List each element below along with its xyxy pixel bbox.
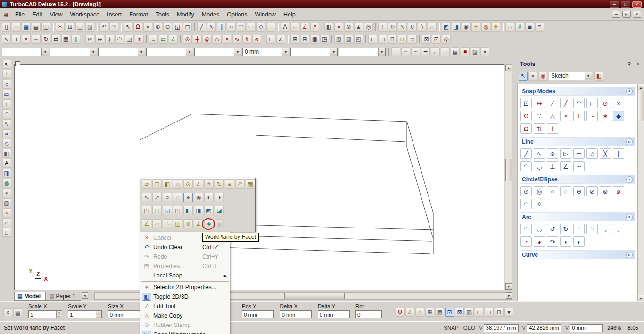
arrow-start-icon[interactable]: ← xyxy=(431,47,440,56)
mdi-restore-button[interactable]: ◱ xyxy=(622,11,631,18)
section-header-curve[interactable]: Curve « xyxy=(520,250,635,259)
select-open-icon[interactable]: ↗ xyxy=(152,193,162,202)
section-collapse-icon[interactable]: « xyxy=(626,176,633,183)
options-icon[interactable]: ▾ xyxy=(504,308,513,317)
split-icon[interactable]: ∤ xyxy=(105,35,114,44)
polyline-icon[interactable]: ∿ xyxy=(207,23,216,32)
wp-extra-icon[interactable]: ▣ xyxy=(215,219,224,228)
property-combo-8[interactable] xyxy=(339,48,386,56)
lock-z-icon[interactable]: ⊓ xyxy=(495,308,504,317)
dimension-icon[interactable]: ↔ xyxy=(290,23,299,32)
lock-x-icon[interactable]: ⊏ xyxy=(475,308,484,317)
align-top-icon[interactable]: ⊓ xyxy=(388,35,397,44)
align-right-icon[interactable]: ⊐ xyxy=(378,35,387,44)
snap-intersection-icon[interactable]: × xyxy=(560,111,571,121)
quality-render-icon[interactable]: ◑ xyxy=(215,193,224,202)
tangent-two-arcs-icon[interactable]: ◡ xyxy=(534,161,545,171)
ellipse-rotated-icon[interactable]: ⊘ xyxy=(586,186,598,196)
menu-item-open-window-mode[interactable]: ◱Open Window mode xyxy=(140,330,230,334)
calculator-icon[interactable]: ▦ xyxy=(435,308,444,317)
ellipse-icon[interactable]: ⊖ xyxy=(573,186,585,196)
wp-align-view-icon[interactable]: ≡ xyxy=(225,179,234,189)
combo-arrow-icon[interactable] xyxy=(330,48,337,56)
arc-icon[interactable]: ◠ xyxy=(237,23,246,32)
combo-arrow-icon[interactable] xyxy=(585,72,592,80)
materials-icon[interactable]: ◍ xyxy=(481,23,490,32)
align-bottom-icon[interactable]: ⊔ xyxy=(398,35,407,44)
section-collapse-icon[interactable]: « xyxy=(626,138,633,145)
paint-icon[interactable]: ◨ xyxy=(2,169,11,178)
delta-mode-icon[interactable]: △ xyxy=(415,308,424,317)
wp-previous-icon[interactable]: ↶ xyxy=(235,179,245,189)
delta-x-input[interactable]: 0 mm xyxy=(280,310,312,318)
drawing-canvas[interactable]: Y Z X xyxy=(14,64,504,290)
menu-item-options[interactable]: Options xyxy=(223,9,251,20)
property-combo-5[interactable] xyxy=(194,48,241,56)
polar-mode-icon[interactable]: ∠ xyxy=(276,35,285,44)
coordinate-value[interactable]: 0 mm xyxy=(570,324,603,332)
visibility-icon[interactable]: ◎ xyxy=(442,35,451,44)
format-painter-icon[interactable]: ▨ xyxy=(85,23,94,32)
panel-scrollbar[interactable] xyxy=(637,84,644,301)
section-collapse-icon[interactable]: « xyxy=(626,88,633,95)
node-edit-icon[interactable]: + xyxy=(12,35,21,44)
snap-arc-icon[interactable]: ◠ xyxy=(573,98,585,108)
paper-tab[interactable]: ▤ Paper 1 xyxy=(46,292,81,301)
polygon-icon[interactable]: ◇ xyxy=(2,139,11,148)
measure-angle-icon[interactable]: ∠ xyxy=(169,35,178,44)
layers-icon[interactable]: ≣ xyxy=(525,23,534,32)
scroll-down-icon[interactable] xyxy=(638,295,644,301)
rot-input[interactable]: 0 xyxy=(355,310,382,318)
section-header-circle-ellipse[interactable]: Circle/Ellipse « xyxy=(520,175,635,184)
snap-center-icon[interactable]: ◎ xyxy=(203,35,212,44)
geo-mode-indicator[interactable]: GEO xyxy=(462,325,477,331)
sphere-3d-icon[interactable]: ● xyxy=(334,23,343,32)
array-icon[interactable]: ▦ xyxy=(61,35,70,44)
view-isometric-icon[interactable]: ◩ xyxy=(442,23,451,32)
mdi-close-button[interactable]: × xyxy=(633,11,641,18)
arc-tangent-line-icon[interactable]: ◠ xyxy=(520,161,532,171)
offset-icon[interactable]: ∥ xyxy=(71,35,80,44)
section-header-arc[interactable]: Arc « xyxy=(520,212,635,221)
section-header-line[interactable]: Line « xyxy=(520,137,635,146)
torus-3d-icon[interactable]: ◎ xyxy=(364,23,373,32)
extrude-icon[interactable]: ↑ xyxy=(378,23,387,32)
copy-icon[interactable]: ⊞ xyxy=(66,23,74,32)
arc-by-chord-icon[interactable]: ◖ xyxy=(560,236,571,247)
view-iso-nw-icon[interactable]: ◳ xyxy=(173,206,182,215)
spline-icon[interactable]: ≈ xyxy=(2,129,11,138)
corner-icon[interactable]: ∟ xyxy=(2,228,11,237)
explode-icon[interactable]: ∗ xyxy=(135,35,144,44)
gradient-fill-icon[interactable]: ▨ xyxy=(344,35,353,44)
undo-icon[interactable]: ↶ xyxy=(99,23,108,32)
menu-item-help[interactable]: Help xyxy=(280,9,299,20)
tool-category-combo[interactable]: Sketch xyxy=(549,72,592,80)
snap-mode-icon[interactable]: ⌖ xyxy=(528,72,537,81)
workplane-by-facet-icon[interactable]: ◈ xyxy=(204,219,214,228)
rotate-icon[interactable]: ↻ xyxy=(41,35,50,44)
arc-center-radius-icon[interactable]: ◠ xyxy=(520,224,532,234)
scroll-left-icon[interactable] xyxy=(82,292,88,299)
paste-icon[interactable]: ◲ xyxy=(75,23,84,32)
wp-3points-icon[interactable]: △ xyxy=(173,179,182,189)
distribute-icon[interactable]: ≍ xyxy=(408,35,417,44)
extend-icon[interactable]: ↦ xyxy=(95,35,104,44)
zoom-extents-icon[interactable]: ◻ xyxy=(183,23,192,32)
chamfer-icon[interactable]: ◿ xyxy=(125,35,134,44)
dot-style-icon[interactable]: ┄ xyxy=(411,47,420,56)
select-icon[interactable]: ↖ xyxy=(142,193,151,202)
arc-icon[interactable]: ◠ xyxy=(2,109,11,118)
property-combo-1[interactable] xyxy=(2,48,49,56)
menu-item-view[interactable]: View xyxy=(46,9,66,20)
circle-2-point-icon[interactable]: ○ xyxy=(547,186,558,196)
close-panel-icon[interactable]: × xyxy=(634,61,642,68)
scroll-down-icon[interactable] xyxy=(505,283,512,290)
arc-ccw-icon[interactable]: ↺ xyxy=(547,224,558,234)
pos-y-input[interactable]: 0 mm xyxy=(242,310,274,318)
snap-nearest-graphic-icon[interactable]: ↦ xyxy=(534,98,545,108)
mirror-icon[interactable]: ⇄ xyxy=(51,35,60,44)
style-options-icon[interactable]: ▾ xyxy=(480,47,489,56)
arc-double-point-icon[interactable]: ◡ xyxy=(534,224,545,234)
select-mode-icon[interactable]: ↖ xyxy=(519,72,528,81)
polar-coords-icon[interactable]: ⊠ xyxy=(455,308,464,317)
